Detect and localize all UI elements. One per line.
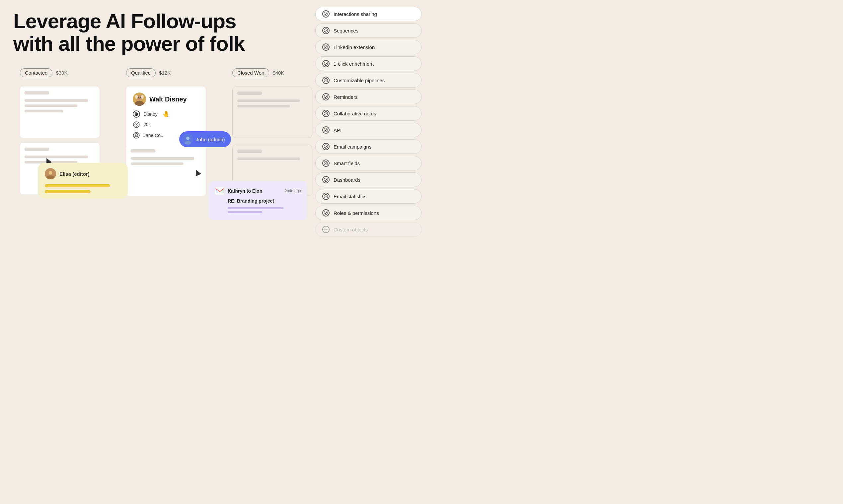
- svg-point-27: [324, 112, 328, 115]
- qualified-badge: Qualified: [126, 68, 156, 77]
- check-icon-8: [322, 143, 330, 150]
- closed-won-amount: $40K: [273, 70, 284, 76]
- check-icon-9: [322, 160, 330, 167]
- email-subject: RE: Branding project: [228, 198, 301, 203]
- feature-label-0: Interactions sharing: [333, 11, 377, 17]
- svg-point-28: [324, 128, 328, 132]
- feature-item-interactions-sharing[interactable]: Interactions sharing: [315, 7, 422, 21]
- feature-label-7: API: [333, 127, 342, 133]
- column-label-contacted: Contacted $30K: [20, 68, 67, 77]
- svg-point-25: [324, 78, 328, 82]
- svg-point-33: [324, 211, 328, 215]
- feature-label-3: 1-click enrichment: [333, 61, 374, 67]
- feature-label-2: Linkedin extension: [333, 44, 375, 50]
- check-icon-4: [322, 77, 330, 84]
- contact-icon: [133, 132, 140, 139]
- check-icon-10: [322, 176, 330, 183]
- kanban-card-1: [20, 87, 100, 138]
- feature-item-email-campaigns[interactable]: Email campaigns: [315, 139, 422, 154]
- feature-item-dashboards[interactable]: Dashboards: [315, 173, 422, 187]
- column-label-closed-won: Closed Won $40K: [232, 68, 284, 77]
- elisa-highlight-1: [45, 184, 110, 187]
- feature-item-reminders[interactable]: Reminders: [315, 90, 422, 104]
- john-avatar: [183, 134, 193, 145]
- email-card-header: Kathryn to Elon 2min ago: [215, 186, 301, 196]
- walt-disney-name: Walt Disney: [133, 92, 199, 106]
- check-icon-13: [322, 226, 330, 233]
- elisa-avatar: [45, 168, 56, 179]
- feature-label-6: Collaborative notes: [333, 111, 376, 116]
- qualified-amount: $12K: [159, 70, 171, 76]
- feature-item-smart-fields[interactable]: Smart fields: [315, 156, 422, 170]
- svg-point-18: [49, 171, 52, 175]
- headline-line2: with all the power of folk: [13, 32, 245, 55]
- svg-point-24: [324, 62, 328, 66]
- john-label: John (admin): [196, 137, 225, 142]
- svg-point-5: [138, 98, 140, 99]
- feature-item-customizable-pipelines[interactable]: Customizable pipelines: [315, 73, 422, 88]
- svg-point-6: [135, 95, 138, 99]
- email-line-1: [228, 207, 283, 209]
- check-icon-3: [322, 60, 330, 67]
- email-from: Kathryn to Elon: [228, 188, 281, 194]
- check-icon-2: [322, 43, 330, 51]
- svg-point-4: [140, 97, 141, 98]
- walt-disney-avatar: [133, 92, 146, 106]
- feature-label-1: Sequences: [333, 28, 358, 34]
- gmail-icon: [215, 186, 224, 196]
- elisa-header: Elisa (editor): [45, 168, 121, 179]
- check-icon-1: [322, 27, 330, 34]
- feature-item-api[interactable]: API: [315, 123, 422, 137]
- check-icon-7: [322, 126, 330, 133]
- headline-line1: Leverage AI Follow-ups: [13, 10, 236, 33]
- check-icon-12: [322, 209, 330, 217]
- feature-item-custom-objects[interactable]: Custom objects: [315, 222, 422, 237]
- check-icon-5: [322, 93, 330, 101]
- email-line-2: [228, 211, 262, 213]
- left-section: Leverage AI Follow-ups with all the powe…: [13, 10, 329, 224]
- contacted-amount: $30K: [56, 70, 67, 76]
- disney-company-row: Disney 🤚: [133, 110, 199, 118]
- svg-point-34: [325, 229, 326, 230]
- wave-emoji: 🤚: [162, 110, 170, 118]
- svg-point-29: [324, 145, 328, 148]
- svg-point-26: [324, 95, 328, 99]
- right-sidebar: Interactions sharing Sequences Linkedin …: [315, 7, 422, 237]
- feature-label-11: Email statistics: [333, 194, 366, 199]
- svg-point-3: [138, 97, 139, 98]
- svg-point-31: [324, 178, 328, 182]
- feature-item-roles-&-permissions[interactable]: Roles & permissions: [315, 205, 422, 220]
- feature-item-sequences[interactable]: Sequences: [315, 23, 422, 38]
- feature-label-8: Email campaigns: [333, 144, 372, 149]
- headline: Leverage AI Follow-ups with all the powe…: [13, 10, 329, 55]
- tooltip-elisa: Elisa (editor): [38, 163, 128, 199]
- feature-label-12: Roles & permissions: [333, 210, 379, 216]
- check-icon-11: [322, 193, 330, 200]
- closed-won-badge: Closed Won: [232, 68, 269, 77]
- svg-point-30: [324, 161, 328, 165]
- email-card: Kathryn to Elon 2min ago RE: Branding pr…: [209, 181, 307, 220]
- feature-item-email-statistics[interactable]: Email statistics: [315, 189, 422, 203]
- kanban-card-5: [232, 87, 312, 138]
- contacted-badge: Contacted: [20, 68, 52, 77]
- feature-label-9: Smart fields: [333, 161, 360, 166]
- check-icon-6: [322, 110, 330, 117]
- column-label-qualified: Qualified $12K: [126, 68, 171, 77]
- feature-item-1-click-enrichment[interactable]: 1-click enrichment: [315, 56, 422, 71]
- disney-icon: [133, 110, 140, 118]
- feature-item-collaborative-notes[interactable]: Collaborative notes: [315, 106, 422, 121]
- svg-point-21: [324, 12, 328, 16]
- svg-point-7: [141, 95, 144, 99]
- svg-point-32: [324, 195, 328, 198]
- elisa-label: Elisa (editor): [59, 171, 90, 177]
- elisa-highlight-2: [45, 190, 91, 193]
- svg-point-23: [324, 46, 328, 49]
- feature-label-4: Customizable pipelines: [333, 77, 385, 83]
- feature-item-linkedin-extension[interactable]: Linkedin extension: [315, 40, 422, 54]
- disney-metric-row: 20k: [133, 121, 199, 128]
- metric-icon: [133, 121, 140, 128]
- feature-label-13: Custom objects: [333, 227, 368, 232]
- email-time: 2min ago: [285, 189, 301, 193]
- check-icon-0: [322, 10, 330, 18]
- tooltip-john: John (admin): [179, 131, 231, 147]
